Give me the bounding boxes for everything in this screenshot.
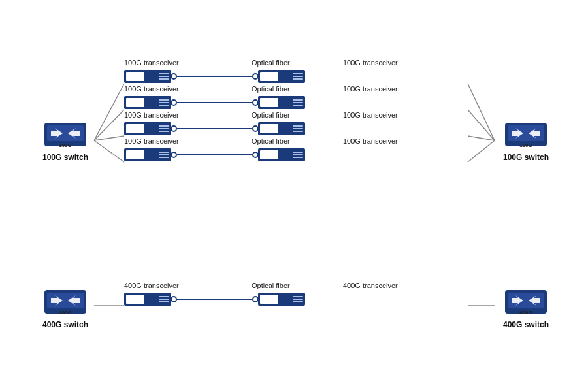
row-0: 100G transceiver Optical fiber 100G tran… bbox=[124, 69, 305, 84]
row-3-right-transceiver bbox=[252, 148, 305, 162]
row-400g-left-trans-label: 400G transceiver bbox=[124, 282, 179, 289]
row-0-fiber-label: Optical fiber bbox=[252, 59, 290, 67]
trans-right-connector bbox=[171, 73, 177, 80]
row-1-left-trans-label: 100G transceiver bbox=[124, 85, 179, 93]
svg-line-3 bbox=[94, 140, 124, 162]
row-0-left-trans-label: 100G transceiver bbox=[124, 59, 179, 67]
row-3-fiber-line bbox=[177, 154, 252, 155]
right-400g-switch: 400G 400G switch bbox=[503, 286, 549, 329]
row-3: 100G transceiver Optical fiber 100G tran… bbox=[124, 148, 305, 162]
svg-line-6 bbox=[468, 136, 495, 140]
svg-line-1 bbox=[94, 110, 124, 140]
svg-line-0 bbox=[94, 84, 124, 140]
left-100g-switch: 100G 100G switch bbox=[42, 119, 88, 162]
trans-white-block bbox=[126, 72, 144, 81]
row-2: 100G transceiver Optical fiber 100G tran… bbox=[124, 122, 305, 136]
trans-lines bbox=[159, 73, 169, 80]
row-1-components bbox=[124, 95, 305, 110]
row-3-right-trans-label: 100G transceiver bbox=[343, 137, 398, 145]
row-400g-left-transceiver bbox=[124, 292, 177, 306]
row-400g-components bbox=[124, 292, 305, 306]
row-400g: 400G transceiver Optical fiber 400G tran… bbox=[124, 292, 305, 306]
right-100g-switch-label: 100G switch bbox=[503, 153, 549, 162]
row-1-fiber-line bbox=[177, 102, 252, 103]
row-2-components bbox=[124, 122, 305, 136]
svg-line-5 bbox=[468, 110, 495, 140]
svg-line-4 bbox=[468, 84, 495, 140]
svg-text:400G: 400G bbox=[59, 310, 72, 316]
row-400g-right-transceiver bbox=[252, 292, 305, 306]
svg-text:400G: 400G bbox=[519, 310, 532, 316]
row-2-left-trans-label: 100G transceiver bbox=[124, 111, 179, 119]
row-3-components bbox=[124, 148, 305, 162]
svg-text:100G: 100G bbox=[59, 142, 72, 148]
connection-lines bbox=[0, 0, 588, 392]
left-100g-switch-label: 100G switch bbox=[42, 153, 88, 162]
switch-icon-left-400g: 400G bbox=[44, 286, 86, 318]
row-3-left-transceiver bbox=[124, 148, 177, 162]
row-0-components bbox=[124, 69, 305, 84]
row-0-right-transceiver bbox=[252, 69, 305, 84]
right-400g-switch-label: 400G switch bbox=[503, 320, 549, 329]
section-divider bbox=[33, 216, 555, 216]
switch-icon-right-100g: 100G bbox=[505, 119, 547, 150]
row-3-left-trans-label: 100G transceiver bbox=[124, 137, 179, 145]
switch-icon-left-100g: 100G bbox=[44, 119, 86, 150]
row-400g-fiber-line bbox=[177, 299, 252, 300]
row-2-fiber-line bbox=[177, 128, 252, 129]
trans-lines bbox=[293, 73, 303, 80]
row-0-left-transceiver bbox=[124, 69, 177, 84]
row-3-fiber-label: Optical fiber bbox=[252, 137, 290, 145]
switch-icon-right-400g: 400G bbox=[505, 286, 547, 318]
row-0-right-trans-label: 100G transceiver bbox=[343, 59, 398, 67]
row-1-fiber-label: Optical fiber bbox=[252, 85, 290, 93]
row-1-right-transceiver bbox=[252, 95, 305, 110]
left-400g-switch-label: 400G switch bbox=[42, 320, 88, 329]
diagram: 100G 100G switch 100G 100G switch 100G t… bbox=[0, 0, 588, 392]
svg-line-7 bbox=[468, 140, 495, 162]
row-1-right-trans-label: 100G transceiver bbox=[343, 85, 398, 93]
row-0-fiber-line bbox=[177, 76, 252, 77]
svg-text:100G: 100G bbox=[519, 142, 532, 148]
row-2-right-trans-label: 100G transceiver bbox=[343, 111, 398, 119]
row-2-right-transceiver bbox=[252, 122, 305, 136]
row-1: 100G transceiver Optical fiber 100G tran… bbox=[124, 95, 305, 110]
row-400g-fiber-label: Optical fiber bbox=[252, 282, 290, 289]
row-400g-right-trans-label: 400G transceiver bbox=[343, 282, 398, 289]
row-2-left-transceiver bbox=[124, 122, 177, 136]
row-2-fiber-label: Optical fiber bbox=[252, 111, 290, 119]
right-100g-switch: 100G 100G switch bbox=[503, 119, 549, 162]
svg-line-2 bbox=[94, 136, 124, 140]
trans-white-block bbox=[260, 72, 278, 81]
row-1-left-transceiver bbox=[124, 95, 177, 110]
left-400g-switch: 400G 400G switch bbox=[42, 286, 88, 329]
